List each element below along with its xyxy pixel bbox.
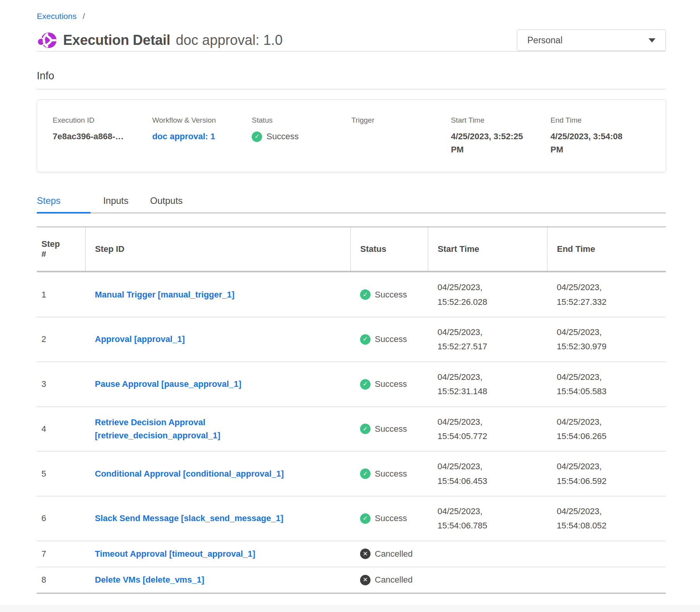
status-label: Success [375,334,407,344]
step-link[interactable]: Conditional Approval [conditional_approv… [95,467,284,480]
status-label: Success [375,513,407,523]
step-link[interactable]: Delete VMs [delete_vms_1] [95,573,204,586]
info-field-value: ✓Success [252,130,335,143]
status-label: Success [375,469,407,479]
info-field-value: 4/25/2023, 3:54:08 PM [551,130,634,156]
step-end-time-cell: 04/25/2023, 15:54:06.592 [547,451,666,496]
step-number-cell: 8 [37,567,85,593]
scope-dropdown[interactable]: Personal [517,29,666,51]
success-icon: ✓ [360,424,371,434]
info-field-status: Status✓Success [252,116,351,156]
column-header-end-time: End Time [547,227,666,272]
step-start-time-cell: 04/25/2023, 15:52:26.028 [428,272,547,317]
step-end-time-cell: 04/25/2023, 15:54:06.265 [547,407,666,451]
tab-inputs[interactable]: Inputs [103,191,128,214]
step-link[interactable]: Pause Approval [pause_approval_1] [95,378,241,391]
info-field-label: Workflow & Version [152,116,244,125]
step-start-time-cell: 04/25/2023, 15:52:31.148 [428,362,547,407]
status-badge: ✓Success [360,379,428,390]
step-end-time-cell: 04/25/2023, 15:52:30.979 [547,317,666,362]
table-row: 6Slack Send Message [slack_send_message_… [37,496,666,541]
column-header-step-id: Step ID [85,227,350,272]
step-status-cell: ✕Cancelled [350,541,428,567]
steps-table-header: Step #Step IDStatusStart TimeEnd Time [37,227,666,272]
step-status-cell: ✓Success [350,362,428,407]
step-number-cell: 5 [37,451,85,496]
info-field-start-time: Start Time4/25/2023, 3:52:25 PM [451,116,551,156]
workflow-version-link[interactable]: doc approval: 1 [152,132,215,141]
info-field-value: doc approval: 1 [152,130,235,143]
info-section-title: Info [37,70,666,82]
step-link[interactable]: Retrieve Decision Approval [retrieve_dec… [95,416,220,442]
step-status-cell: ✓Success [350,407,428,451]
table-row: 1Manual Trigger [manual_trigger_1]✓Succe… [37,272,666,317]
status-badge: ✓Success [360,334,428,345]
table-row: 7Timeout Approval [timeout_approval_1]✕C… [37,541,666,567]
step-number-cell: 4 [37,407,85,451]
info-field-trigger: Trigger [352,116,451,156]
status-badge: ✓Success [360,424,428,434]
step-status-cell: ✕Cancelled [350,567,428,593]
info-field-label: Status [252,116,343,125]
step-end-time-cell: 04/25/2023, 15:54:08.052 [547,496,666,541]
column-header-status: Status [350,227,428,272]
tab-outputs[interactable]: Outputs [150,191,183,214]
scope-dropdown-value: Personal [527,35,563,46]
info-field-workflow-version: Workflow & Versiondoc approval: 1 [152,116,252,156]
info-card: Execution ID7e8ac396-a868-…Workflow & Ve… [37,99,666,172]
column-header-step: Step # [37,227,85,272]
step-link[interactable]: Approval [approval_1] [95,333,185,346]
status-label: Cancelled [375,575,413,585]
step-start-time-cell [428,567,547,593]
step-end-time-cell [547,541,666,567]
status-badge: ✕Cancelled [360,549,428,559]
steps-table: Step #Step IDStatusStart TimeEnd Time 1M… [37,226,666,594]
page-subtitle: doc approval: 1.0 [176,32,283,48]
step-status-cell: ✓Success [350,317,428,362]
step-id-cell: Manual Trigger [manual_trigger_1] [85,272,350,317]
step-number-cell: 1 [37,272,85,317]
page-title: Execution Detail [63,32,170,48]
header-divider [37,51,666,51]
step-link[interactable]: Slack Send Message [slack_send_message_1… [95,512,283,525]
step-start-time-cell: 04/25/2023, 15:54:06.785 [428,496,547,541]
table-row: 5Conditional Approval [conditional_appro… [37,451,666,496]
step-number-cell: 3 [37,362,85,407]
status-badge: ✓Success [360,468,428,479]
info-field-value: 7e8ac396-a868-… [53,130,136,143]
step-end-time-cell [547,567,666,593]
table-row: 2Approval [approval_1]✓Success04/25/2023… [37,317,666,362]
page-bottom-strip [0,605,700,612]
status-badge: ✕Cancelled [360,575,428,585]
success-icon: ✓ [252,132,262,142]
info-field-label: Start Time [451,116,543,125]
step-link[interactable]: Manual Trigger [manual_trigger_1] [95,288,235,301]
table-row: 4Retrieve Decision Approval [retrieve_de… [37,407,666,451]
success-icon: ✓ [360,334,371,345]
cancelled-icon: ✕ [360,549,371,559]
execution-detail-page: Executions / Execution Detail doc approv… [0,0,700,594]
table-row: 8Delete VMs [delete_vms_1]✕Cancelled [37,567,666,593]
status-label: Success [375,424,407,434]
status-label: Success [266,130,299,143]
info-field-end-time: End Time4/25/2023, 3:54:08 PM [551,116,650,156]
status-badge: ✓Success [360,513,428,524]
status-label: Cancelled [375,549,413,559]
chevron-down-icon [649,38,655,43]
info-divider [37,89,666,89]
title-group: Execution Detail doc approval: 1.0 [37,30,283,50]
status-badge: ✓Success [252,130,299,143]
step-id-cell: Conditional Approval [conditional_approv… [85,451,350,496]
step-id-cell: Timeout Approval [timeout_approval_1] [85,541,350,567]
success-icon: ✓ [360,379,371,390]
info-field-label: End Time [551,116,642,125]
workflow-icon [37,30,57,50]
step-link[interactable]: Timeout Approval [timeout_approval_1] [95,547,255,561]
tab-steps[interactable]: Steps [37,191,91,214]
step-id-cell: Delete VMs [delete_vms_1] [85,567,350,593]
step-number-cell: 7 [37,541,85,567]
breadcrumb-executions-link[interactable]: Executions [37,12,77,21]
status-label: Success [375,290,407,300]
info-field-label: Execution ID [53,116,144,125]
breadcrumb: Executions / [37,12,666,21]
